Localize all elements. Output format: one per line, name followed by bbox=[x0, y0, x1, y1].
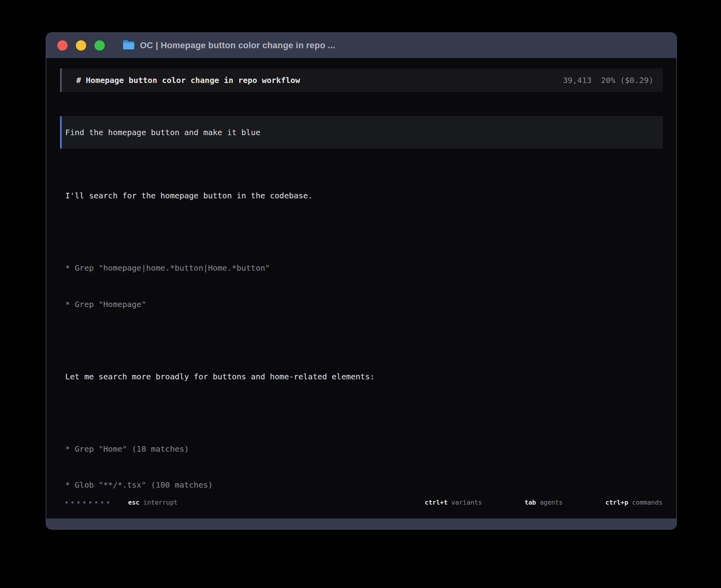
status-right: ctrl+t variants tab agents ctrl+p comman… bbox=[382, 491, 662, 514]
user-message-text: Find the homepage button and make it blu… bbox=[65, 126, 260, 139]
status-left: esc interrupt bbox=[60, 499, 177, 506]
folder-icon bbox=[123, 40, 135, 51]
variants-label: variants bbox=[451, 499, 482, 506]
agents-label: agents bbox=[540, 499, 563, 506]
tool-call-line: * Glob "**/*.tsx" (100 matches) bbox=[65, 479, 663, 491]
assistant-transcript: I'll search for the homepage button in t… bbox=[60, 166, 663, 530]
tool-call-line: * Grep "Homepage" bbox=[65, 298, 663, 311]
window-footer-strip bbox=[46, 518, 676, 529]
ctrl-t-key: ctrl+t bbox=[425, 499, 448, 506]
window-title: OC | Homepage button color change in rep… bbox=[140, 40, 335, 51]
assistant-text-line: I'll search for the homepage button in t… bbox=[65, 190, 663, 202]
commands-label: commands bbox=[632, 499, 662, 506]
agents-hint: tab agents bbox=[494, 491, 562, 514]
working-spinner-dots bbox=[66, 501, 113, 503]
commands-hint: ctrl+p commands bbox=[575, 491, 662, 514]
ctrl-p-key: ctrl+p bbox=[606, 499, 629, 506]
terminal-window: OC | Homepage button color change in rep… bbox=[46, 32, 677, 530]
terminal-content: # Homepage button color change in repo w… bbox=[46, 58, 676, 530]
status-bar: esc interrupt ctrl+t variants tab agents… bbox=[60, 496, 662, 508]
tab-key: tab bbox=[525, 499, 536, 506]
minimize-window-button[interactable] bbox=[76, 40, 86, 51]
variants-hint: ctrl+t variants bbox=[394, 491, 482, 514]
session-token-stats: 39,413 20% ($0.29) bbox=[563, 74, 653, 87]
esc-key-hint: esc bbox=[128, 499, 140, 506]
user-message: Find the homepage button and make it blu… bbox=[60, 116, 663, 149]
tool-call-line: * Grep "homepage|home.*button|Home.*butt… bbox=[65, 262, 663, 274]
window-titlebar: OC | Homepage button color change in rep… bbox=[46, 33, 676, 58]
assistant-text-line: Let me search more broadly for buttons a… bbox=[65, 371, 663, 383]
tool-call-line: * Grep "Home" (18 matches) bbox=[65, 443, 663, 455]
session-title: # Homepage button color change in repo w… bbox=[76, 74, 300, 87]
zoom-window-button[interactable] bbox=[94, 40, 105, 51]
close-window-button[interactable] bbox=[57, 40, 68, 51]
interrupt-hint bbox=[140, 499, 143, 506]
interrupt-label: interrupt bbox=[143, 499, 178, 506]
session-header: # Homepage button color change in repo w… bbox=[60, 68, 663, 92]
